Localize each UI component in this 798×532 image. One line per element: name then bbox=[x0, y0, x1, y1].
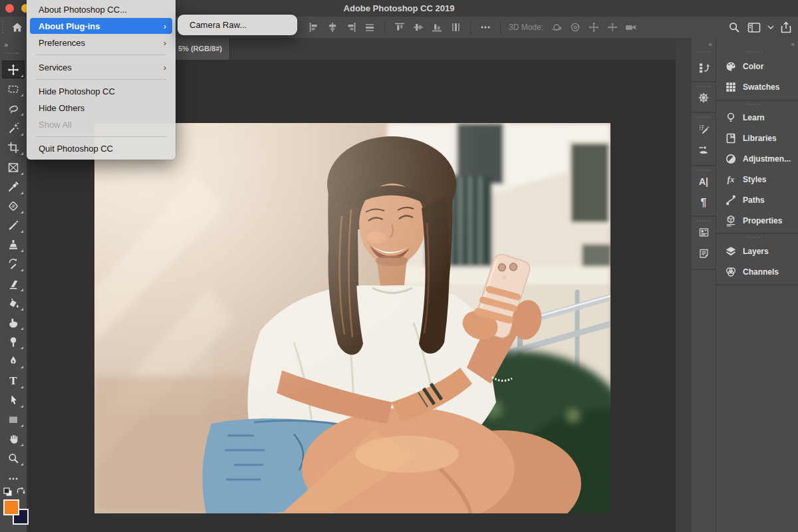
panel-button-adjustments[interactable]: Adjustmen... bbox=[716, 148, 798, 169]
submenu-arrow-icon: › bbox=[164, 21, 166, 31]
slide-3d-button[interactable] bbox=[603, 19, 622, 36]
tool-crop[interactable] bbox=[2, 138, 25, 156]
share-button[interactable] bbox=[777, 19, 795, 36]
more-align-options-button[interactable] bbox=[476, 19, 495, 36]
home-button[interactable] bbox=[8, 19, 27, 36]
panel-button-character[interactable]: A| bbox=[692, 173, 716, 190]
tool-history-brush[interactable] bbox=[2, 255, 25, 273]
workspace-switcher-button[interactable] bbox=[743, 19, 765, 36]
pen-icon bbox=[7, 355, 19, 367]
panel-button-paths[interactable]: Paths bbox=[716, 190, 798, 210]
submenu-item-camera-raw[interactable]: Camera Raw... bbox=[190, 20, 247, 30]
tool-dodge[interactable] bbox=[2, 332, 25, 350]
tool-brush[interactable] bbox=[2, 216, 25, 234]
tool-type[interactable]: T bbox=[2, 372, 25, 390]
tool-frame[interactable] bbox=[2, 158, 25, 176]
tool-clone-stamp[interactable] bbox=[2, 235, 25, 253]
panel-label: Properties bbox=[743, 216, 782, 225]
pan-3d-button[interactable] bbox=[585, 19, 603, 36]
orbit-3d-button[interactable] bbox=[547, 19, 566, 36]
panel-button-brushes[interactable] bbox=[692, 141, 716, 158]
panel-button-styles[interactable]: fx Styles bbox=[716, 169, 798, 190]
menu-item-hide-others[interactable]: Hide Others bbox=[30, 100, 172, 116]
panel-button-paragraph[interactable]: ¶ bbox=[692, 194, 716, 211]
tool-move[interactable] bbox=[2, 61, 25, 78]
tool-pen[interactable] bbox=[2, 352, 25, 370]
tool-magic-wand[interactable] bbox=[2, 119, 25, 137]
tool-path-selection[interactable] bbox=[2, 391, 25, 409]
tool-rectangular-marquee[interactable] bbox=[2, 80, 25, 98]
swatches-grid-icon bbox=[725, 81, 737, 93]
brushes-icon bbox=[698, 144, 710, 156]
default-colors-button[interactable] bbox=[3, 487, 13, 497]
ellipsis-icon bbox=[480, 22, 491, 33]
foreground-color-swatch[interactable] bbox=[3, 499, 19, 515]
panel-button-properties[interactable]: Properties bbox=[716, 210, 798, 231]
labeled-panel-dock: « Color Swatches bbox=[716, 38, 798, 532]
distribute-horizontal-button[interactable] bbox=[360, 19, 379, 36]
panel-button-brush-settings[interactable] bbox=[692, 120, 716, 137]
panel-button-swatches[interactable]: Swatches bbox=[716, 76, 798, 97]
panel-button-layers[interactable]: Layers bbox=[716, 241, 798, 261]
clone-stamp-icon bbox=[7, 239, 19, 251]
document-photo[interactable] bbox=[94, 123, 610, 513]
tool-rectangle[interactable] bbox=[2, 410, 25, 428]
distribute-vertical-button[interactable] bbox=[446, 19, 465, 36]
panel-label: Adjustmen... bbox=[743, 154, 791, 164]
camera-3d-button[interactable] bbox=[622, 19, 640, 36]
workspace-chevron-button[interactable] bbox=[765, 19, 777, 36]
align-left-edges-button[interactable] bbox=[305, 19, 323, 36]
tool-hand[interactable] bbox=[2, 430, 25, 448]
tool-eraser[interactable] bbox=[2, 275, 25, 293]
zoom-icon bbox=[7, 452, 19, 464]
chevron-down-icon bbox=[767, 25, 775, 30]
panel-button-paragraph-styles[interactable] bbox=[692, 245, 716, 262]
tool-smudge[interactable] bbox=[2, 313, 25, 331]
dock-separator bbox=[692, 81, 716, 82]
dock-grip bbox=[696, 85, 711, 88]
edit-toolbar-button[interactable] bbox=[2, 469, 25, 487]
tools-panel: » bbox=[0, 38, 27, 532]
orbit-3d-icon bbox=[550, 21, 563, 33]
tool-eyedropper[interactable] bbox=[2, 178, 25, 196]
slide-3d-icon bbox=[606, 21, 618, 33]
panel-button-channels[interactable]: Channels bbox=[716, 261, 798, 282]
icon-dock-collapse-button[interactable]: « bbox=[708, 41, 712, 48]
menu-item-hide-photoshop[interactable]: Hide Photoshop CC bbox=[30, 83, 172, 99]
swap-colors-button[interactable] bbox=[16, 487, 26, 496]
panel-dock-collapse-button[interactable]: « bbox=[791, 41, 794, 48]
align-top-edges-button[interactable] bbox=[390, 19, 409, 36]
healing-brush-icon bbox=[7, 200, 19, 212]
panel-button-history[interactable] bbox=[692, 59, 716, 76]
panel-button-color[interactable]: Color bbox=[716, 56, 798, 76]
close-window-button[interactable] bbox=[5, 4, 14, 13]
menu-item-preferences[interactable]: Preferences › bbox=[30, 35, 172, 51]
align-right-edges-button[interactable] bbox=[342, 19, 360, 36]
eyedropper-icon bbox=[7, 181, 19, 193]
menu-separator bbox=[36, 55, 166, 55]
toolbar-expand-button[interactable]: » bbox=[4, 41, 7, 49]
tool-zoom[interactable] bbox=[2, 449, 25, 467]
roll-3d-button[interactable] bbox=[566, 19, 585, 36]
home-icon bbox=[11, 21, 23, 33]
layers-icon bbox=[725, 245, 737, 257]
options-separator bbox=[384, 21, 385, 34]
menu-item-quit-photoshop[interactable]: Quit Photoshop CC bbox=[30, 140, 172, 156]
align-vertical-centers-button[interactable] bbox=[409, 19, 428, 36]
align-horizontal-centers-button[interactable] bbox=[323, 19, 342, 36]
menu-item-about-plugins[interactable]: About Plug-ins › bbox=[30, 18, 172, 34]
dock-separator bbox=[692, 215, 716, 217]
search-button[interactable] bbox=[725, 19, 743, 36]
tool-paint-bucket[interactable] bbox=[2, 294, 25, 312]
panel-button-navigator[interactable] bbox=[692, 89, 716, 106]
tool-lasso[interactable] bbox=[2, 99, 25, 117]
panel-button-learn[interactable]: Learn bbox=[716, 107, 798, 128]
menu-item-about-photoshop[interactable]: About Photoshop CC... bbox=[30, 1, 172, 17]
tool-healing-brush[interactable] bbox=[2, 197, 25, 215]
menu-item-services[interactable]: Services › bbox=[30, 59, 172, 75]
panel-button-libraries[interactable]: Libraries bbox=[716, 128, 798, 148]
menu-item-show-all: Show All bbox=[30, 116, 172, 132]
align-bottom-edges-button[interactable] bbox=[428, 19, 446, 36]
swap-colors-icon bbox=[16, 487, 26, 496]
panel-button-character-styles[interactable] bbox=[692, 223, 716, 241]
